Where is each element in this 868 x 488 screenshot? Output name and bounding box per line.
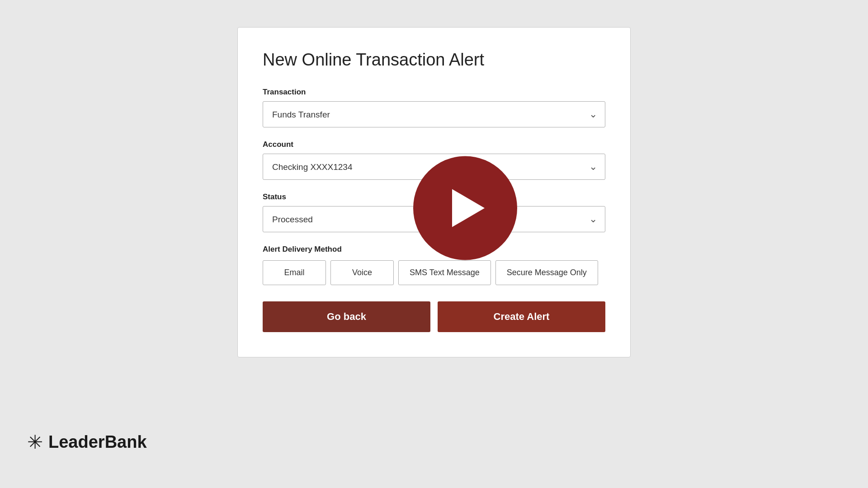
play-button[interactable] (413, 156, 517, 260)
transaction-select[interactable]: Funds Transfer Bill Payment ACH Transfer (263, 101, 605, 127)
delivery-method-group: Alert Delivery Method Email Voice SMS Te… (263, 245, 605, 285)
delivery-sms-button[interactable]: SMS Text Message (398, 260, 491, 285)
transaction-field-group: Transaction Funds Transfer Bill Payment … (263, 88, 605, 127)
logo-text: LeaderBank (48, 432, 147, 452)
delivery-email-button[interactable]: Email (263, 260, 326, 285)
action-buttons-group: Go back Create Alert (263, 301, 605, 332)
delivery-voice-button[interactable]: Voice (330, 260, 394, 285)
logo-star-icon: ✳ (27, 433, 43, 452)
play-icon (452, 189, 485, 227)
form-title: New Online Transaction Alert (263, 50, 605, 70)
go-back-button[interactable]: Go back (263, 301, 430, 332)
delivery-buttons-group: Email Voice SMS Text Message Secure Mess… (263, 260, 605, 285)
delivery-secure-button[interactable]: Secure Message Only (495, 260, 598, 285)
account-label: Account (263, 140, 605, 149)
transaction-label: Transaction (263, 88, 605, 97)
form-card: New Online Transaction Alert Transaction… (237, 27, 631, 357)
page-wrapper: New Online Transaction Alert Transaction… (0, 0, 868, 488)
create-alert-button[interactable]: Create Alert (438, 301, 605, 332)
logo-area: ✳ LeaderBank (27, 432, 147, 452)
transaction-select-wrapper: Funds Transfer Bill Payment ACH Transfer… (263, 101, 605, 127)
